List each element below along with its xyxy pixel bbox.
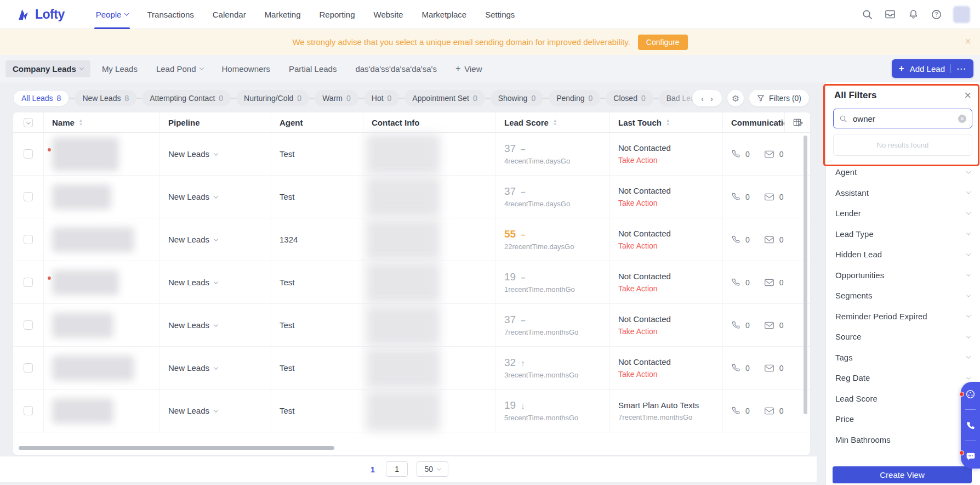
- more-options-icon[interactable]: ⋯: [956, 63, 966, 75]
- filters-button[interactable]: Filters (0): [749, 90, 809, 106]
- name-cell[interactable]: [44, 218, 160, 261]
- view-tab-lead-pond[interactable]: Lead Pond: [149, 60, 210, 77]
- nav-item-website[interactable]: Website: [364, 0, 413, 29]
- sort-arrows-icon[interactable]: ▲▼: [553, 119, 557, 126]
- column-header-name[interactable]: Name▲▼: [44, 112, 160, 133]
- column-settings-icon[interactable]: [784, 112, 810, 133]
- stage-pill-warm[interactable]: Warm0: [315, 90, 358, 106]
- filter-category-segments[interactable]: Segments: [826, 285, 980, 306]
- name-cell[interactable]: [44, 261, 160, 303]
- take-action-link[interactable]: Take Action: [618, 284, 658, 293]
- email-icon[interactable]: [764, 235, 774, 244]
- filter-category-price[interactable]: Price: [826, 409, 980, 430]
- filter-category-reminder-period-expired[interactable]: Reminder Period Expired: [826, 306, 980, 327]
- stage-pill-hot[interactable]: Hot0: [364, 90, 400, 106]
- inbox-icon[interactable]: [884, 8, 896, 20]
- notifications-bell-icon[interactable]: [907, 8, 919, 20]
- email-icon[interactable]: [764, 364, 774, 373]
- view-tab-homeowners[interactable]: Homeowners: [215, 60, 277, 77]
- row-checkbox[interactable]: [24, 235, 33, 244]
- phone-icon[interactable]: [965, 420, 976, 431]
- user-avatar[interactable]: [953, 6, 970, 23]
- create-view-button[interactable]: Create View: [833, 466, 972, 483]
- panel-close-icon[interactable]: ×: [964, 89, 971, 101]
- take-action-link[interactable]: Take Action: [618, 241, 658, 250]
- phone-icon[interactable]: [731, 149, 740, 159]
- filter-category-opportunities[interactable]: Opportunities: [826, 265, 980, 286]
- sort-arrows-icon[interactable]: ▲▼: [79, 119, 83, 126]
- stage-pill-all-leads[interactable]: All Leads8: [13, 90, 69, 106]
- lofty-logo[interactable]: Lofty: [16, 7, 65, 22]
- name-cell[interactable]: [44, 347, 160, 389]
- chat-icon[interactable]: [965, 451, 976, 461]
- nav-item-marketplace[interactable]: Marketplace: [412, 0, 476, 29]
- nav-item-calendar[interactable]: Calendar: [203, 0, 255, 29]
- phone-icon[interactable]: [731, 320, 740, 330]
- clear-search-icon[interactable]: ✕: [958, 115, 966, 123]
- view-tab-my-leads[interactable]: My Leads: [95, 60, 145, 77]
- take-action-link[interactable]: Take Action: [618, 156, 658, 165]
- name-cell[interactable]: [44, 133, 160, 175]
- name-cell[interactable]: [44, 390, 160, 432]
- stage-settings-gear-icon[interactable]: ⚙: [727, 90, 744, 106]
- view-tab-partial-leads[interactable]: Partial Leads: [282, 60, 344, 77]
- pipeline-select[interactable]: New Leads: [168, 192, 218, 201]
- column-header-last-touch[interactable]: Last Touch▲▼: [610, 112, 723, 133]
- take-action-link[interactable]: Take Action: [618, 370, 658, 379]
- phone-icon[interactable]: [731, 406, 740, 415]
- stage-pill-appointment-set[interactable]: Appointment Set0: [404, 90, 485, 106]
- email-icon[interactable]: [764, 193, 774, 201]
- discover-icon[interactable]: [965, 389, 976, 399]
- vertical-scrollbar[interactable]: [804, 136, 807, 414]
- row-checkbox[interactable]: [24, 149, 33, 159]
- filter-category-reg-date[interactable]: Reg Date: [826, 368, 980, 388]
- take-action-link[interactable]: Take Action: [618, 199, 658, 207]
- row-checkbox[interactable]: [24, 278, 33, 287]
- search-icon[interactable]: [861, 8, 873, 20]
- banner-close-icon[interactable]: ×: [965, 36, 971, 47]
- row-checkbox[interactable]: [24, 192, 33, 201]
- column-header-lead-score[interactable]: Lead Score▲▼: [496, 112, 610, 133]
- column-header-communication[interactable]: Communication: [723, 112, 810, 133]
- pipeline-select[interactable]: New Leads: [168, 363, 218, 373]
- row-checkbox[interactable]: [24, 320, 33, 330]
- stage-pill-new-leads[interactable]: New Leads8: [75, 90, 136, 106]
- scroll-left-icon[interactable]: ‹: [701, 94, 704, 103]
- current-page-button[interactable]: 1: [368, 465, 377, 474]
- stage-scroll-arrows[interactable]: ‹ ›: [692, 90, 722, 106]
- name-cell[interactable]: [44, 176, 160, 218]
- filter-category-tags[interactable]: Tags: [826, 347, 980, 368]
- stage-pill-closed[interactable]: Closed0: [606, 90, 653, 106]
- pipeline-select[interactable]: New Leads: [168, 278, 218, 287]
- filter-category-assistant[interactable]: Assistant: [826, 183, 980, 204]
- page-size-select[interactable]: 50: [417, 461, 448, 477]
- row-checkbox[interactable]: [24, 363, 33, 373]
- filter-search-input[interactable]: [852, 114, 954, 124]
- nav-item-settings[interactable]: Settings: [476, 0, 524, 29]
- sort-arrows-icon[interactable]: ▲▼: [666, 119, 670, 126]
- phone-icon[interactable]: [731, 235, 740, 244]
- filter-category-source[interactable]: Source: [826, 326, 980, 347]
- phone-icon[interactable]: [731, 192, 740, 201]
- stage-pill-nurturing-cold[interactable]: Nurturing/Cold0: [236, 90, 309, 106]
- page-jump-input[interactable]: [386, 461, 408, 477]
- pipeline-select[interactable]: New Leads: [168, 406, 218, 415]
- scroll-right-icon[interactable]: ›: [710, 94, 713, 103]
- name-cell[interactable]: [44, 304, 160, 346]
- stage-pill-attempting-contact[interactable]: Attempting Contact0: [142, 90, 231, 106]
- pipeline-select[interactable]: New Leads: [168, 149, 218, 159]
- configure-button[interactable]: Configure: [638, 35, 688, 50]
- filter-category-lender[interactable]: Lender: [826, 203, 980, 224]
- select-all-checkbox[interactable]: [13, 112, 44, 133]
- pipeline-select[interactable]: New Leads: [168, 320, 218, 330]
- nav-item-transactions[interactable]: Transactions: [138, 0, 203, 29]
- email-icon[interactable]: [764, 278, 774, 287]
- help-icon[interactable]: ?: [930, 8, 942, 20]
- column-header-pipeline[interactable]: Pipeline: [160, 112, 271, 133]
- pipeline-select[interactable]: New Leads: [168, 235, 218, 244]
- email-icon[interactable]: [764, 407, 774, 415]
- view-tab-view[interactable]: +View: [448, 60, 489, 77]
- take-action-link[interactable]: Take Action: [618, 327, 658, 336]
- select-all-box[interactable]: [24, 118, 33, 127]
- add-lead-button[interactable]: + Add Lead ⋯: [892, 59, 973, 78]
